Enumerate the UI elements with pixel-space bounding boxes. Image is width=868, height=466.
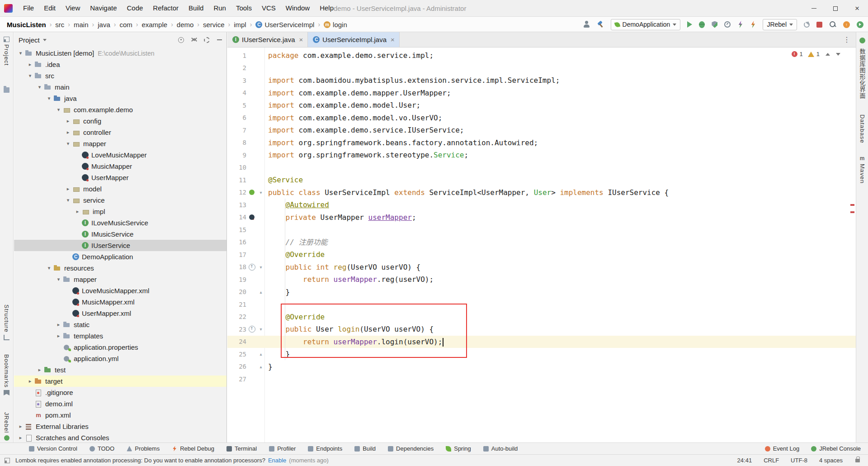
database-gui-stripe-tab[interactable]: 数据库图形化界面 <box>856 48 868 99</box>
tree-item-musicmapper[interactable]: MusicMapper <box>14 161 226 172</box>
tree-item-java[interactable]: ▾java <box>14 93 226 104</box>
menu-edit[interactable]: Edit <box>39 0 61 16</box>
bottombar-dependencies[interactable]: Dependencies <box>388 445 434 452</box>
tree-item-idea[interactable]: ▸.idea <box>14 59 226 70</box>
breadcrumb-item-example[interactable]: example <box>141 21 168 29</box>
tree-item-resources[interactable]: ▾resources <box>14 262 226 274</box>
code-line-19[interactable]: 19 return userMapper.reg(userVO); <box>227 273 856 286</box>
code-line-4[interactable]: 4import com.example.demo.mapper.UserMapp… <box>227 87 856 100</box>
tab-iuserservice-java[interactable]: IIUserService.java× <box>227 32 308 47</box>
search-icon[interactable] <box>829 21 836 28</box>
tree-item-config[interactable]: ▸config <box>14 115 226 127</box>
tree-item-impl[interactable]: ▸impl <box>14 206 226 217</box>
breadcrumb-item-impl[interactable]: impl <box>233 21 247 29</box>
tree-item-musicmapper-xml[interactable]: MusicMapper.xml <box>14 296 226 308</box>
code-line-7[interactable]: 7import com.example.demo.service.IUserSe… <box>227 124 856 137</box>
project-stripe-tab[interactable]: Project <box>0 37 13 66</box>
code-line-13[interactable]: 13 @Autowired <box>227 199 856 211</box>
chevron-right-icon[interactable]: ▸ <box>74 209 81 214</box>
tree-item-demoapplication[interactable]: CDemoApplication <box>14 251 226 262</box>
tree-item-pom-xml[interactable]: mpom.xml <box>14 409 226 421</box>
code-line-2[interactable]: 2 <box>227 62 856 75</box>
chevron-down-icon[interactable]: ▾ <box>64 197 72 203</box>
tree-item-mapper[interactable]: ▾mapper <box>14 138 226 149</box>
bottombar-event-log[interactable]: Event Log <box>765 445 800 452</box>
database-stripe-tab[interactable]: Database <box>856 114 868 143</box>
fold-close-icon[interactable]: ▴ <box>257 352 264 357</box>
bean-gutter-icon[interactable] <box>246 186 257 199</box>
enable-link[interactable]: Enable <box>268 457 286 464</box>
chevron-right-icon[interactable]: ▸ <box>36 367 43 373</box>
tab-options-icon[interactable]: ⋮ <box>843 35 856 44</box>
menu-code[interactable]: Code <box>122 0 148 16</box>
menu-refactor[interactable]: Refactor <box>148 0 184 16</box>
locate-file-icon[interactable] <box>178 37 184 43</box>
code-line-15[interactable]: 15 <box>227 223 856 236</box>
tree-item-service[interactable]: ▾service <box>14 195 226 206</box>
jrebel-select[interactable]: JRebel <box>763 19 797 30</box>
error-stripe-mark[interactable] <box>850 204 854 206</box>
menu-run[interactable]: Run <box>208 0 231 16</box>
chevron-down-icon[interactable]: ▾ <box>55 276 62 282</box>
jrebel-run-icon[interactable] <box>737 21 743 28</box>
bottombar-todo[interactable]: TODO <box>90 445 114 452</box>
maven-stripe-tab[interactable]: m Maven <box>856 155 868 184</box>
code-line-6[interactable]: 6import com.example.demo.model.vo.UserVO… <box>227 112 856 124</box>
gear-icon[interactable] <box>204 37 210 43</box>
chevron-right-icon[interactable]: ▸ <box>17 435 24 441</box>
tree-item-iuserservice[interactable]: IIUserService <box>14 240 226 251</box>
breadcrumb-item-demo[interactable]: demo <box>176 21 194 29</box>
rerun-icon[interactable] <box>804 22 810 28</box>
chevron-right-icon[interactable]: ▸ <box>26 62 34 67</box>
chevron-right-icon[interactable]: ▸ <box>64 186 72 192</box>
code-line-12[interactable]: 12▾public class UserServiceImpl extends … <box>227 186 856 199</box>
code-line-20[interactable]: 20▴ } <box>227 286 856 299</box>
tree-item-scratches-and-consoles[interactable]: ▸Scratches and Consoles <box>14 432 226 442</box>
update-icon[interactable]: ↑ <box>843 21 850 28</box>
file-encoding[interactable]: UTF-8 <box>791 457 807 464</box>
coverage-icon[interactable] <box>712 21 717 28</box>
chevron-down-icon[interactable]: ▾ <box>45 95 53 101</box>
structure-stripe-tab[interactable]: Structure <box>0 304 13 340</box>
plugin-stripe-icon-tab[interactable] <box>856 38 868 43</box>
menu-vcs[interactable]: VCS <box>257 0 281 16</box>
fold-open-icon[interactable]: ▾ <box>257 190 264 195</box>
build-project-icon[interactable] <box>597 21 604 28</box>
tree-item-imusicservice[interactable]: IIMusicService <box>14 228 226 240</box>
line-ending[interactable]: CRLF <box>764 457 779 464</box>
mybatis-gutter-icon[interactable] <box>246 211 257 223</box>
tree-item-main[interactable]: ▾main <box>14 81 226 93</box>
breadcrumb-item-src[interactable]: src <box>55 21 65 29</box>
chevron-down-icon[interactable]: ▾ <box>64 141 72 147</box>
collapse-all-icon[interactable] <box>191 37 197 43</box>
editor-body[interactable]: 1package com.example.demo.service.impl;2… <box>227 48 856 442</box>
tree-item-gitignore[interactable]: .gitignore <box>14 387 226 398</box>
next-issue-icon[interactable] <box>836 53 840 56</box>
jrebel-stripe-tab[interactable]: JRebel <box>0 412 13 441</box>
tree-item-application-yml[interactable]: application.yml <box>14 353 226 364</box>
profiler-icon[interactable] <box>724 21 731 28</box>
bookmarks-stripe-tab[interactable]: Bookmarks <box>0 354 13 395</box>
code-line-11[interactable]: 11@Service <box>227 174 856 186</box>
chevron-right-icon[interactable]: ▸ <box>26 378 34 384</box>
favorites-stripe-tab[interactable] <box>0 87 13 93</box>
code-line-8[interactable]: 8import org.springframework.beans.factor… <box>227 137 856 149</box>
run-configuration-select[interactable]: DemoApplication <box>611 19 681 30</box>
code-line-5[interactable]: 5import com.example.demo.model.User; <box>227 99 856 112</box>
tree-item-musiclisten-demo[interactable]: ▾MusicListen [demo]E:\code\MusicListen <box>14 48 226 59</box>
tree-item-mapper[interactable]: ▾mapper <box>14 274 226 285</box>
bottombar-rebel-debug[interactable]: Rebel Debug <box>172 445 214 452</box>
breadcrumb-class[interactable]: CUserServiceImpl <box>255 21 315 29</box>
debug-icon[interactable] <box>699 21 705 28</box>
sync-icon[interactable] <box>857 21 863 28</box>
override-gutter-icon[interactable] <box>246 323 257 335</box>
breadcrumb-item-main[interactable]: main <box>73 21 89 29</box>
tree-item-application-properties[interactable]: application.properties <box>14 342 226 353</box>
bottombar-build[interactable]: Build <box>354 445 376 452</box>
code-line-3[interactable]: 3import com.baomidou.mybatisplus.extensi… <box>227 74 856 87</box>
minimize-button[interactable] <box>803 0 825 17</box>
chevron-down-icon[interactable]: ▾ <box>55 107 62 113</box>
chevron-down-icon[interactable]: ▾ <box>45 265 53 271</box>
bottombar-problems[interactable]: Problems <box>127 445 160 452</box>
code-line-1[interactable]: 1package com.example.demo.service.impl; <box>227 49 856 62</box>
